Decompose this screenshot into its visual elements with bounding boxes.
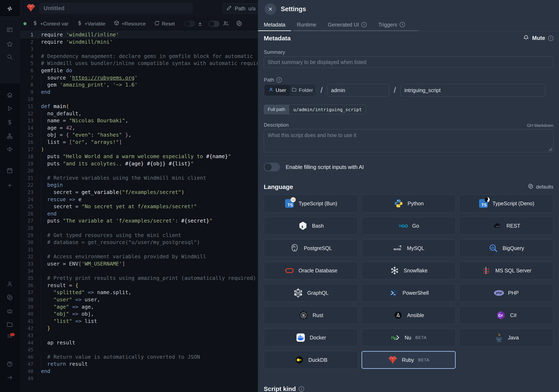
mute-label: Mute xyxy=(532,35,545,41)
ai-inputs-toggle[interactable] xyxy=(264,163,280,171)
flows-icon[interactable] xyxy=(6,67,14,75)
language-option-bigquery[interactable]: BigQuery xyxy=(459,239,553,257)
add-variable-label: +Variable xyxy=(85,21,105,27)
apps-icon[interactable] xyxy=(6,26,14,34)
diff-mode-toggle[interactable] xyxy=(184,21,195,27)
windmill-logo[interactable] xyxy=(6,5,14,13)
language-option-powershell[interactable]: PowerShell xyxy=(362,284,456,302)
summary-input[interactable] xyxy=(264,56,553,68)
resources-icon[interactable] xyxy=(6,132,14,140)
ansible-icon xyxy=(393,310,403,320)
language-option-typescript-bun[interactable]: TSTypeScript (Bun) xyxy=(264,195,358,212)
line-number: 27 xyxy=(20,217,33,225)
logs-icon[interactable] xyxy=(6,332,14,340)
language-option-typescript-deno[interactable]: TSTypeScript (Deno) xyxy=(459,195,553,212)
add-resource-button[interactable]: +Resource xyxy=(114,20,146,27)
language-option-postgresql[interactable]: PostgreSQL xyxy=(264,239,358,257)
runs-icon[interactable] xyxy=(6,104,14,113)
language-option-rust[interactable]: RRust xyxy=(264,306,358,324)
multiplayer-toggle[interactable] xyxy=(209,21,219,27)
left-nav-rail xyxy=(0,0,20,392)
search-icon[interactable] xyxy=(6,53,14,61)
language-option-c[interactable]: C#C# xyxy=(459,306,553,324)
language-option-bash[interactable]: $Bash xyxy=(264,217,358,235)
language-option-oracle-database[interactable]: Oracle Database xyxy=(264,262,358,279)
users-icon[interactable] xyxy=(6,280,14,288)
language-option-graphql[interactable]: GraphQL xyxy=(264,284,358,302)
calendar-icon[interactable] xyxy=(6,166,14,175)
line-number: 48 xyxy=(20,368,33,375)
code-line: 11def main( xyxy=(20,103,258,110)
add-resource-label: +Resource xyxy=(121,21,146,27)
language-option-nu[interactable]: nuNuBETA xyxy=(362,329,456,346)
line-number: 6 xyxy=(20,67,33,74)
settings-gear-icon[interactable] xyxy=(6,293,14,301)
workers-icon[interactable] xyxy=(6,307,14,315)
code-line: 27 puts "The variable at 'f/examples/sec… xyxy=(20,217,258,225)
script-title-input[interactable] xyxy=(39,3,193,14)
path-name-input[interactable] xyxy=(401,84,545,96)
language-option-docker[interactable]: Docker xyxy=(264,329,358,346)
tab-label: Runtime xyxy=(297,22,316,28)
owner-user-option[interactable]: User xyxy=(265,85,290,95)
language-option-mysql[interactable]: MySQLMySQL xyxy=(362,239,456,257)
code-line: 8 gem 'amazing_print', '~> 1.6' xyxy=(20,81,258,89)
line-number: 23 xyxy=(20,189,33,196)
language-option-php[interactable]: phpPHP xyxy=(459,284,553,302)
language-option-python[interactable]: Python xyxy=(362,195,456,212)
full-path-badge: Full path u/admin/intriguing_script xyxy=(264,105,366,114)
code-line: 3 xyxy=(20,46,258,53)
add-context-var-label: +Context var xyxy=(40,21,68,27)
code-editor[interactable]: 1require 'windmill/inline'2require 'wind… xyxy=(20,31,258,392)
schedules-icon[interactable] xyxy=(6,145,14,153)
language-label: TypeScript (Bun) xyxy=(298,201,337,207)
path-info-icon[interactable]: i xyxy=(276,77,282,82)
favorites-star-icon[interactable] xyxy=(6,40,14,48)
line-number: 11 xyxy=(20,103,33,110)
expand-arrow-icon[interactable] xyxy=(6,373,14,382)
language-label: PHP xyxy=(508,290,519,296)
script-kind-info-icon[interactable]: i xyxy=(299,386,304,392)
settings-tabbar: MetadataRuntimeGenerated UIiTriggersi xyxy=(258,18,559,31)
duckdb-icon xyxy=(294,355,304,365)
home-icon[interactable] xyxy=(6,91,14,99)
language-option-go[interactable]: GOGo xyxy=(362,217,456,235)
tab-metadata[interactable]: Metadata xyxy=(258,18,291,31)
owner-folder-option[interactable]: Folder xyxy=(290,85,315,95)
add-variable-button[interactable]: +Variable xyxy=(77,20,105,27)
line-number: 32 xyxy=(20,253,33,260)
variables-icon[interactable] xyxy=(6,118,14,127)
oracle-icon xyxy=(284,265,294,275)
language-option-ansible[interactable]: Ansible xyxy=(362,306,456,324)
add-context-var-button[interactable]: +Context var xyxy=(32,20,68,27)
tab-generated-ui[interactable]: Generated UIi xyxy=(322,18,373,31)
language-option-java[interactable]: JavaJava xyxy=(459,329,553,346)
language-option-ms-sql-server[interactable]: MS SQL Server xyxy=(459,262,553,279)
line-number: 33 xyxy=(20,260,33,268)
help-icon[interactable] xyxy=(6,360,14,368)
svg-text:MySQL: MySQL xyxy=(394,248,401,250)
language-option-snowflake[interactable]: Snowflake xyxy=(362,262,456,279)
language-label: PostgreSQL xyxy=(304,245,332,251)
description-textarea[interactable] xyxy=(264,129,553,152)
folders-icon[interactable] xyxy=(6,320,14,329)
language-label: PowerShell xyxy=(402,290,429,296)
language-label: Ruby xyxy=(402,357,414,363)
mute-info-icon[interactable]: i xyxy=(548,36,553,41)
line-number: 21 xyxy=(20,174,33,182)
add-icon[interactable] xyxy=(6,181,14,190)
tab-triggers[interactable]: Triggersi xyxy=(373,18,411,31)
tab-runtime[interactable]: Runtime xyxy=(291,18,322,31)
language-option-duckdb[interactable]: DuckDB xyxy=(264,351,358,369)
mute-button[interactable]: Mute i xyxy=(523,34,553,42)
reset-button[interactable]: Reset xyxy=(154,20,175,27)
language-label: Python xyxy=(408,201,424,207)
editor-settings-gear-icon[interactable] xyxy=(236,20,242,27)
close-icon[interactable] xyxy=(265,3,276,15)
language-option-ruby[interactable]: RubyBETA xyxy=(362,351,456,369)
path-owner-input[interactable] xyxy=(327,84,389,96)
language-option-rest[interactable]: HTTPREST xyxy=(459,217,553,235)
code-line: 45 xyxy=(20,346,258,354)
code-line: 20 xyxy=(20,167,258,174)
language-defaults-button[interactable]: defaults xyxy=(528,183,553,191)
